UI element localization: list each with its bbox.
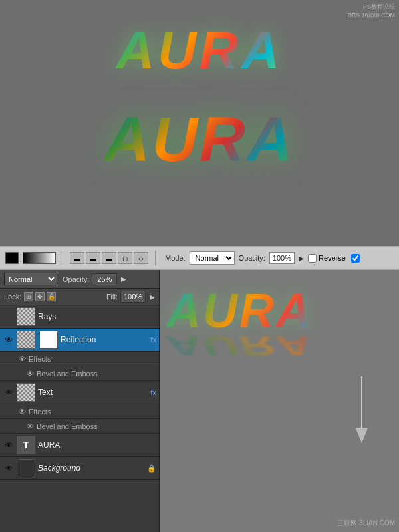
layers-opacity-input[interactable] (92, 273, 117, 285)
fill-label: Fill: (106, 293, 118, 301)
opacity-arrow[interactable]: ▶ (299, 255, 304, 262)
canvas-preview: AURA AURA 三联网 3LIAN.COM (160, 270, 399, 532)
rays-name: Rays (38, 312, 156, 321)
layer-row-aura[interactable]: 👁 T AURA (0, 434, 159, 457)
rays-visibility[interactable] (3, 311, 15, 323)
reverse-checkbox[interactable] (308, 254, 317, 263)
watermark-bottom: 三联网 3LIAN.COM (337, 519, 395, 528)
eye-icon-text: 👁 (5, 388, 13, 396)
layer-row-background[interactable]: 👁 Background 🔒 (0, 457, 159, 480)
rays-thumb (17, 307, 35, 326)
eye-icon-background: 👁 (5, 464, 13, 472)
text-layer-name: Text (38, 388, 148, 397)
toolbar-separator-1 (63, 251, 63, 265)
shape-option-3[interactable]: ▬ (102, 252, 116, 264)
foreground-swatch[interactable] (5, 252, 19, 264)
reflection-thumb (17, 331, 35, 349)
layer-row-effects-1[interactable]: 👁 Effects (0, 352, 159, 366)
watermark-top: PS教程论坛 BBS.16XX8.COM (348, 3, 395, 20)
layers-opacity-label: Opacity: (63, 275, 89, 283)
mode-label: Mode: (165, 254, 186, 262)
layers-list: Rays 👁 Reflection fx 👁 Effects (0, 305, 159, 532)
aura-layer-name: AURA (38, 440, 156, 450)
cursor-arrow (361, 376, 362, 430)
shape-option-2[interactable]: ▬ (86, 252, 100, 264)
bevel-icon-1: 👁 (27, 370, 34, 378)
layer-row-text[interactable]: 👁 Text fx (0, 381, 159, 404)
gradient-picker[interactable] (23, 252, 56, 264)
reflection-fx-badge: fx (150, 336, 156, 344)
lock-all-icon[interactable]: 🔒 (47, 292, 56, 301)
reflection-name: Reflection (61, 335, 148, 344)
opacity-label: Opacity: (239, 254, 265, 262)
bevel-label-2: Bevel and Emboss (37, 422, 98, 430)
lock-label: Lock: (4, 293, 21, 301)
canvas-text-top: AURA (116, 20, 283, 81)
background-layer-name: Background (38, 464, 144, 473)
effects-label-1: Effects (29, 355, 51, 363)
bevel-icon-2: 👁 (27, 422, 34, 430)
shape-option-5[interactable]: ◇ (134, 252, 148, 264)
lock-pixels-icon[interactable]: ⊞ (24, 292, 33, 301)
eye-icon-reflection: 👁 (5, 336, 13, 344)
shape-options: ▬ ▬ ▬ ◻ ◇ (70, 252, 148, 264)
canvas-text-bottom: AURA (104, 103, 295, 176)
fill-stepper[interactable]: ▶ (150, 293, 155, 301)
background-thumb-image (17, 460, 35, 477)
layer-row-bevel-1[interactable]: 👁 Bevel and Emboss (0, 366, 159, 381)
layer-row-rays[interactable]: Rays (0, 305, 159, 329)
reflection-mask-thumb (39, 331, 58, 349)
effects-label-2: Effects (29, 408, 51, 416)
layers-lock-row: Lock: ⊞ ✥ 🔒 Fill: ▶ (0, 289, 159, 305)
preview-text-reflection: AURA (166, 331, 313, 363)
reflection-visibility[interactable]: 👁 (3, 334, 15, 346)
text-thumb (17, 383, 35, 402)
shape-option-4[interactable]: ◻ (118, 252, 132, 264)
background-thumb (17, 459, 35, 477)
bottom-section: Normal Multiply Screen Opacity: ▶ Lock: … (0, 270, 399, 532)
layer-row-effects-2[interactable]: 👁 Effects (0, 404, 159, 419)
fill-input[interactable] (120, 291, 146, 303)
opacity-stepper[interactable]: ▶ (121, 275, 126, 283)
text-thumb-image (17, 384, 35, 401)
layer-row-reflection[interactable]: 👁 Reflection fx (0, 329, 159, 352)
text-fx-badge: fx (150, 388, 156, 396)
mode-select[interactable]: Normal Multiply Screen (190, 251, 235, 265)
background-lock-icon: 🔒 (147, 464, 156, 473)
effects-icon-1: 👁 (19, 355, 26, 363)
canvas-area: AURA AURA PS教程论坛 BBS.16XX8.COM (0, 0, 399, 246)
layers-panel: Normal Multiply Screen Opacity: ▶ Lock: … (0, 270, 160, 532)
text-visibility[interactable]: 👁 (3, 386, 15, 398)
eye-icon-aura: 👁 (5, 441, 13, 449)
layers-header: Normal Multiply Screen Opacity: ▶ (0, 270, 159, 289)
lock-icons-group: ⊞ ✥ 🔒 (24, 292, 56, 301)
reflection-thumb-checker (17, 331, 35, 348)
bevel-label-1: Bevel and Emboss (37, 370, 98, 378)
lock-move-icon[interactable]: ✥ (35, 292, 45, 301)
background-visibility[interactable]: 👁 (3, 462, 15, 474)
opacity-input[interactable] (269, 252, 295, 264)
shape-option-1[interactable]: ▬ (70, 252, 84, 264)
layer-row-bevel-2[interactable]: 👁 Bevel and Emboss (0, 419, 159, 434)
toolbar-separator-2 (155, 251, 156, 265)
reverse-checked[interactable] (351, 254, 360, 263)
aura-thumb-t: T (23, 440, 29, 450)
aura-visibility[interactable]: 👁 (3, 439, 15, 451)
reflection-mask-image (40, 331, 57, 348)
rays-thumb-image (17, 308, 35, 325)
aura-thumb: T (17, 436, 35, 454)
toolbar: ▬ ▬ ▬ ◻ ◇ Mode: Normal Multiply Screen O… (0, 246, 399, 270)
layers-blend-mode[interactable]: Normal Multiply Screen (4, 273, 57, 285)
reverse-label: Reverse (319, 254, 346, 262)
preview-text-aura: AURA (166, 283, 313, 338)
reverse-checkbox-group: Reverse (308, 254, 346, 263)
effects-icon-2: 👁 (19, 408, 26, 416)
